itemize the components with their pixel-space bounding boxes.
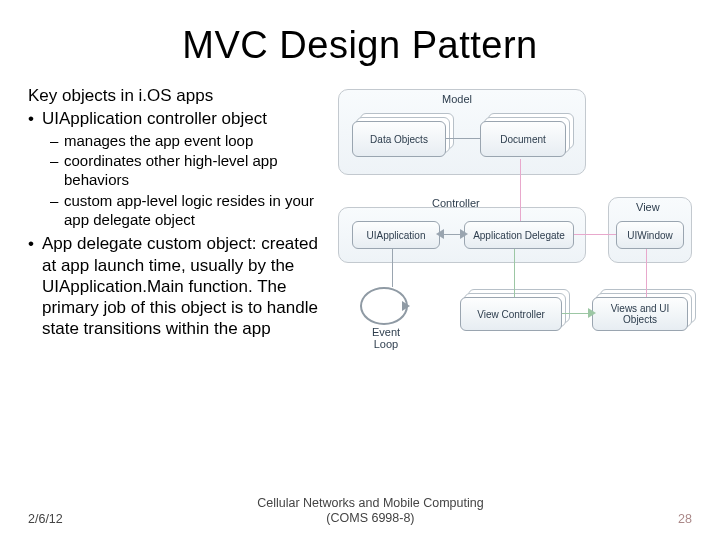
uiwindow-box: UIWindow	[616, 221, 684, 249]
text-column: Key objects in i.OS apps UIApplication c…	[28, 85, 324, 419]
views-ui-box: Views and UI Objects	[592, 297, 688, 331]
bullet-uiapplication-rest: controller object	[142, 109, 267, 128]
footer-line1: Cellular Networks and Mobile Computing	[63, 496, 678, 511]
footer-date: 2/6/12	[28, 512, 63, 526]
controller-label: Controller	[432, 197, 480, 209]
document-box: Document	[480, 121, 566, 157]
event-loop-circle	[360, 287, 408, 325]
model-label: Model	[442, 93, 472, 105]
footer: 2/6/12 Cellular Networks and Mobile Comp…	[0, 496, 720, 526]
bullet-app-delegate: App delegate custom object: created at a…	[42, 233, 324, 339]
mvc-diagram: Model Data Objects Document Controlle	[332, 89, 692, 419]
code-uiapplication: UIApplication	[42, 109, 142, 128]
uiapplication-box: UIApplication	[352, 221, 440, 249]
footer-line2: (COMS 6998-8)	[63, 511, 678, 526]
code-uiapplication-main: UIApplication.Main	[42, 277, 184, 296]
sub-bullet-2: coordinates other high-level app behavio…	[64, 152, 324, 190]
slide-title: MVC Design Pattern	[28, 24, 692, 67]
view-controller-box: View Controller	[460, 297, 562, 331]
event-loop-label: Event Loop	[364, 327, 408, 350]
sub-bullet-3: custom app-level logic resides in your a…	[64, 192, 324, 230]
page-number: 28	[678, 512, 692, 526]
bullet-app-delegate-pre: App delegate custom object: created at a…	[42, 234, 318, 274]
sub-bullet-1: manages the app event loop	[64, 132, 324, 151]
bullet-uiapplication: UIApplication controller object manages …	[42, 108, 324, 229]
view-label: View	[636, 201, 660, 213]
data-objects-box: Data Objects	[352, 121, 446, 157]
app-delegate-box: Application Delegate	[464, 221, 574, 249]
intro-line: Key objects in i.OS apps	[28, 85, 324, 106]
